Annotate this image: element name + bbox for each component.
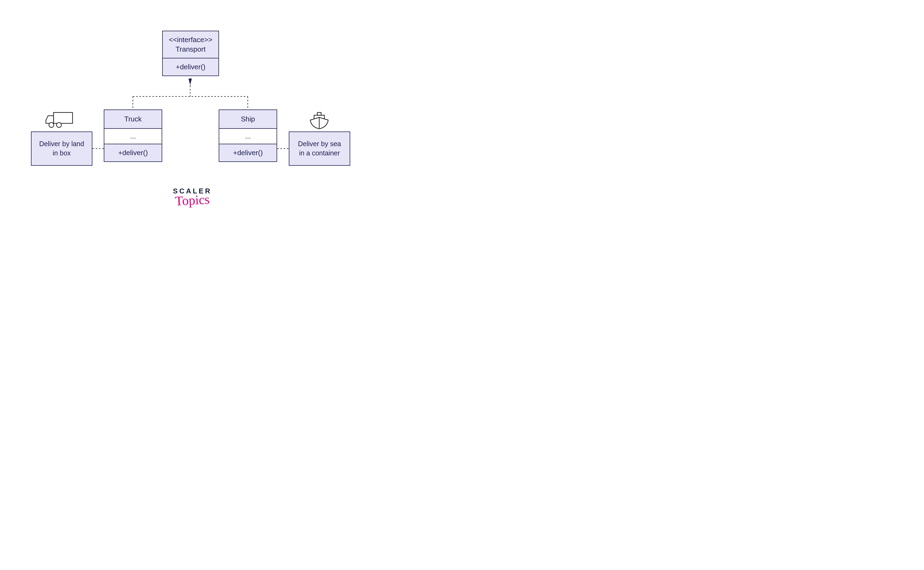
interface-method: +deliver() [163, 58, 218, 75]
ship-method: +deliver() [219, 144, 277, 161]
svg-rect-11 [317, 112, 321, 115]
ship-note-text: Deliver by sea in a container [298, 139, 341, 158]
svg-point-8 [49, 123, 54, 127]
svg-rect-7 [54, 112, 72, 123]
truck-method: +deliver() [104, 144, 162, 161]
interface-transport-box: <<interface>> Transport +deliver() [162, 31, 219, 76]
scaler-topics-logo: SCALER Topics [168, 187, 217, 208]
interface-name: Transport [168, 44, 213, 54]
ship-icon [308, 111, 331, 132]
ship-attributes: ... [219, 129, 277, 144]
ship-class-box: Ship ... +deliver() [219, 109, 277, 162]
logo-topics-text: Topics [168, 191, 218, 208]
truck-name: Truck [104, 110, 162, 129]
truck-note-text: Deliver by land in box [39, 139, 84, 158]
truck-icon [45, 111, 75, 130]
interface-header: <<interface>> Transport [163, 31, 218, 58]
svg-point-9 [57, 123, 61, 127]
diagram-canvas: <<interface>> Transport +deliver() Truck… [0, 0, 380, 234]
ship-note: Deliver by sea in a container [289, 132, 350, 166]
truck-attributes: ... [104, 129, 162, 144]
ship-name: Ship [219, 110, 277, 129]
interface-stereotype: <<interface>> [168, 35, 213, 44]
truck-class-box: Truck ... +deliver() [104, 109, 162, 162]
truck-note: Deliver by land in box [31, 132, 92, 166]
